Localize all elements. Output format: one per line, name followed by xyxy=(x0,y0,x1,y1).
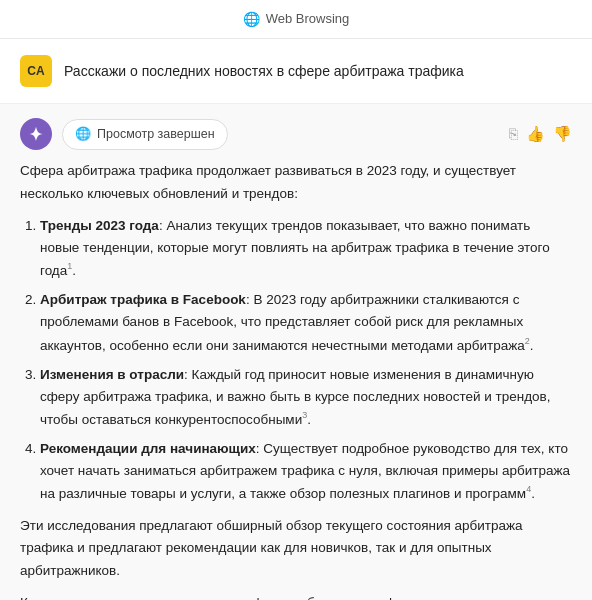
copy-icon[interactable]: ⎘ xyxy=(509,122,518,146)
list-item: Тренды 2023 года: Анализ текущих трендов… xyxy=(40,215,572,282)
thumbup-icon[interactable]: 👍 xyxy=(526,122,545,146)
ai-avatar xyxy=(20,118,52,150)
user-message-text: Расскажи о последних новостях в сфере ар… xyxy=(64,55,464,82)
summary2: Кроме того, появляются новости из сферы … xyxy=(20,592,572,600)
ai-header-row: 🌐 Просмотр завершен ⎘ 👍 👎 xyxy=(20,118,572,150)
ai-body: Сфера арбитража трафика продолжает разви… xyxy=(20,160,572,600)
browsing-badge: 🌐 Просмотр завершен xyxy=(62,119,228,150)
list-items: Тренды 2023 года: Анализ текущих трендов… xyxy=(20,215,572,505)
topbar-label: Web Browsing xyxy=(266,9,350,30)
globe-icon: 🌐 xyxy=(243,8,260,30)
summary1: Эти исследования предлагают обширный обз… xyxy=(20,515,572,582)
list-item: Изменения в отрасли: Каждый год приносит… xyxy=(40,364,572,431)
user-message-row: CA Расскажи о последних новостях в сфере… xyxy=(0,39,592,103)
avatar: CA xyxy=(20,55,52,87)
list-item: Арбитраж трафика в Facebook: В 2023 году… xyxy=(40,289,572,356)
intro-text: Сфера арбитража трафика продолжает разви… xyxy=(20,160,572,205)
action-icons[interactable]: ⎘ 👍 👎 xyxy=(509,118,572,146)
badge-label: Просмотр завершен xyxy=(97,124,215,144)
ai-message-section: 🌐 Просмотр завершен ⎘ 👍 👎 Сфера арбитраж… xyxy=(0,103,592,600)
list-item: Рекомендации для начинающих: Существует … xyxy=(40,438,572,505)
thumbdown-icon[interactable]: 👎 xyxy=(553,122,572,146)
badge-globe-icon: 🌐 xyxy=(75,124,91,145)
ai-header-left: 🌐 Просмотр завершен xyxy=(20,118,228,150)
top-bar: 🌐 Web Browsing xyxy=(0,0,592,39)
